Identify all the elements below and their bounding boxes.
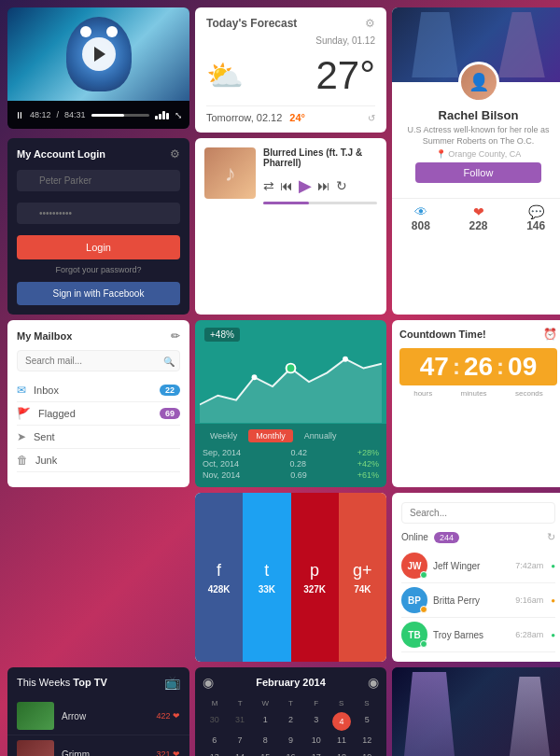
- countdown-sep-2: :: [497, 356, 504, 378]
- cal-day-18[interactable]: 18: [329, 749, 353, 756]
- chart-val-2: 0.28: [290, 459, 307, 469]
- chat-name-troy: Troy Barnes: [433, 630, 510, 640]
- weather-settings-icon[interactable]: ⚙: [365, 17, 375, 30]
- cal-day-1[interactable]: 1: [254, 712, 277, 731]
- fullscreen-icon[interactable]: ⤡: [175, 110, 182, 120]
- account-title: My Account Login: [17, 148, 105, 160]
- play-pause-button[interactable]: ▶: [299, 175, 312, 196]
- cal-day-3[interactable]: 3: [304, 712, 328, 731]
- tv-item-1[interactable]: Arrow 422 ❤: [7, 697, 189, 735]
- cal-day-2[interactable]: 2: [279, 712, 302, 731]
- cal-day-8[interactable]: 8: [254, 733, 277, 748]
- cal-day-5[interactable]: 5: [356, 712, 379, 731]
- calendar-next-button[interactable]: ◉: [368, 675, 379, 690]
- mail-search-input[interactable]: [17, 350, 180, 371]
- location-icon: 📍: [436, 149, 446, 159]
- cal-day-9[interactable]: 9: [279, 733, 302, 748]
- cal-day-31a[interactable]: 31: [228, 712, 251, 731]
- cal-day-15[interactable]: 15: [254, 749, 277, 756]
- cal-day-12[interactable]: 12: [356, 733, 379, 748]
- stat-views: 👁 808: [392, 199, 450, 238]
- pause-button[interactable]: ⏸: [15, 110, 24, 120]
- tv-item-2[interactable]: Grimm 321 ❤: [7, 735, 189, 756]
- label-minutes: minutes: [461, 389, 487, 398]
- day-header-t2: T: [278, 697, 302, 709]
- music-progress-bar[interactable]: [263, 202, 377, 204]
- googleplus-button[interactable]: g+ 74K: [339, 493, 386, 662]
- tv-show-name-1: Arrow: [62, 711, 148, 721]
- online-label: Online: [401, 532, 428, 542]
- login-button[interactable]: Login: [17, 235, 180, 259]
- junk-icon: 🗑: [17, 454, 28, 467]
- profile-info: Rachel Bilson U.S Actress well-known for…: [392, 103, 560, 192]
- twitter-count: 33K: [259, 584, 275, 595]
- svg-point-2: [343, 357, 348, 362]
- cal-day-16[interactable]: 16: [279, 749, 302, 756]
- cal-day-30a[interactable]: 30: [203, 712, 226, 731]
- chat-item-2[interactable]: BP Britta Perry 9:16am ●: [401, 583, 555, 618]
- chat-item-1[interactable]: JW Jeff Winger 7:42am ●: [401, 549, 555, 583]
- chart-tab-monthly[interactable]: Monthly: [248, 429, 293, 442]
- cal-day-17[interactable]: 17: [304, 749, 328, 756]
- shuffle-button[interactable]: ⇄: [263, 178, 274, 193]
- repeat-button[interactable]: ↻: [336, 178, 347, 193]
- profile-description: U.S Actress well-known for her role as S…: [399, 125, 557, 147]
- mail-item-inbox[interactable]: ✉ Inbox 22: [17, 379, 180, 402]
- cal-day-7[interactable]: 7: [228, 733, 251, 748]
- mail-item-flagged[interactable]: 🚩 Flagged 69: [17, 402, 180, 426]
- chat-time-jeff: 7:42am: [515, 561, 543, 570]
- volume-control[interactable]: [155, 111, 169, 119]
- pinterest-button[interactable]: p 327K: [291, 493, 339, 662]
- cal-day-11[interactable]: 11: [329, 733, 353, 748]
- chat-search-input[interactable]: [401, 502, 555, 524]
- password-input[interactable]: [17, 203, 180, 224]
- follow-button[interactable]: Follow: [415, 162, 541, 183]
- mail-item-sent[interactable]: ➤ Sent: [17, 426, 180, 449]
- account-header: My Account Login ⚙: [17, 147, 180, 161]
- cal-day-4-today[interactable]: 4: [332, 712, 351, 731]
- chart-label-1: Sep, 2014: [203, 448, 241, 457]
- twitter-button[interactable]: t 33K: [243, 493, 290, 662]
- online-count: 244: [434, 532, 459, 543]
- chart-badge: +48%: [204, 328, 240, 342]
- gear-icon[interactable]: ⚙: [170, 147, 180, 161]
- facebook-login-button[interactable]: Sign in with Facebook: [17, 282, 180, 305]
- calendar-days: 30 31 1 2 3 4 5 6 7 8 9 10 11 12 13 14 1…: [203, 712, 379, 756]
- weather-main: ⛅ 27°: [206, 46, 375, 105]
- day-header-m: M: [203, 697, 227, 709]
- play-button[interactable]: [82, 37, 116, 71]
- inbox-badge: 22: [160, 385, 180, 396]
- facebook-button[interactable]: f 428K: [195, 493, 243, 662]
- username-input[interactable]: [17, 170, 180, 191]
- cal-day-6[interactable]: 6: [203, 733, 226, 748]
- video-progress-bar[interactable]: [91, 114, 149, 117]
- video-controls: ⏸ 48:12 / 84:31 ⤡: [7, 101, 189, 129]
- album-art: ♪: [204, 147, 256, 199]
- cal-day-14[interactable]: 14: [228, 749, 251, 756]
- forgot-password-link[interactable]: Forgot your password?: [17, 265, 180, 274]
- cal-day-13[interactable]: 13: [203, 749, 226, 756]
- junk-label: Junk: [35, 455, 180, 466]
- search-icon: 🔍: [163, 356, 175, 366]
- cal-day-10[interactable]: 10: [304, 733, 328, 748]
- chat-item-3[interactable]: TB Troy Barnes 6:28am ●: [401, 618, 555, 652]
- calendar-prev-button[interactable]: ◉: [203, 675, 214, 690]
- mailbox-widget: My Mailbox ✏ 🔍 ✉ Inbox 22 🚩 Flagged 69 ➤…: [7, 320, 189, 487]
- chart-tab-weekly[interactable]: Weekly: [203, 429, 245, 442]
- prev-button[interactable]: ⏮: [280, 178, 293, 193]
- music-player-widget: ♪ Blurred Lines (ft. T.J & Pharrell) ⇄ ⏮…: [195, 138, 386, 315]
- chat-settings-icon[interactable]: ↻: [547, 531, 555, 543]
- tv-show-name-2: Grimm: [62, 749, 148, 757]
- googleplus-count: 74K: [354, 584, 371, 595]
- mail-item-junk[interactable]: 🗑 Junk: [17, 449, 180, 472]
- tv-show-list: Arrow 422 ❤ Grimm 321 ❤ New Girl 246 ❤ O…: [7, 697, 189, 756]
- cal-day-19[interactable]: 19: [356, 749, 379, 756]
- facebook-count: 428K: [208, 584, 231, 595]
- chart-bottom: Weekly Monthly Annually Sep, 2014 0.42 +…: [195, 424, 386, 487]
- tomorrow-label: Tomorrow, 02.12: [206, 112, 282, 123]
- countdown-sep-1: :: [453, 356, 460, 378]
- mailbox-title: My Mailbox: [17, 330, 72, 342]
- next-button[interactable]: ⏭: [317, 178, 330, 193]
- compose-icon[interactable]: ✏: [171, 329, 180, 343]
- chart-tab-annually[interactable]: Annually: [297, 429, 344, 442]
